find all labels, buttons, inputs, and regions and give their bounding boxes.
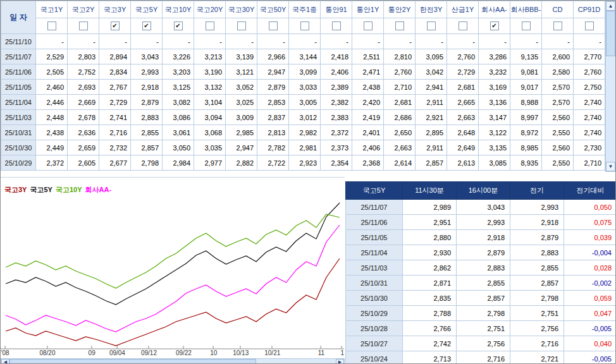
yield-table-row[interactable]: 25/11/032,4482,6782,7412,8833,0863,0943,… — [1, 110, 605, 125]
column-checkbox-cell-12[interactable] — [416, 18, 447, 34]
detail-1600-cell: 2,751 — [457, 321, 510, 336]
detail-table-row[interactable]: 25/11/042,9302,8792,883-0,004 — [346, 245, 616, 260]
value-cell: 2,663 — [384, 140, 416, 155]
column-checkbox-0[interactable] — [47, 21, 56, 30]
horizontal-scrollbar[interactable]: ◀ ▶ — [1, 358, 345, 364]
column-checkbox-3[interactable]: ✔ — [142, 21, 151, 30]
yield-table-row[interactable]: 25/10/292,3722,6052,6772,7982,9842,9772,… — [1, 155, 605, 171]
scroll-right-icon[interactable]: ▶ — [336, 359, 344, 364]
x-tick-label-1: 08/20 — [39, 349, 55, 356]
value-cell: 2,406 — [352, 140, 384, 155]
detail-table-row[interactable]: 25/11/062,9512,9932,9180,075 — [346, 215, 616, 230]
detail-prev-cell: 2,716 — [510, 336, 564, 351]
value-cell: 3,085 — [479, 155, 510, 171]
column-checkbox-6[interactable] — [237, 21, 246, 30]
detail-table-row[interactable]: 25/10/282,7662,7512,756-0,005 — [346, 321, 616, 336]
detail-1130-cell: 2,930 — [403, 245, 457, 260]
column-checkbox-11[interactable] — [395, 21, 404, 30]
column-checkbox-1[interactable] — [79, 21, 88, 30]
value-cell: 2,740 — [574, 110, 605, 125]
detail-table-row[interactable]: 25/11/072,9893,0432,9930,050 — [346, 200, 616, 215]
column-header-11: 통안2Y — [384, 1, 416, 18]
value-cell: 2,977 — [194, 155, 226, 171]
value-cell: 2,389 — [321, 80, 352, 95]
horizontal-scrollbar-thumb[interactable] — [9, 359, 256, 364]
detail-date-cell: 25/10/27 — [346, 336, 403, 351]
column-checkbox-cell-16[interactable] — [542, 18, 574, 34]
yield-table-row[interactable]: 25/10/302,4492,6592,7322,8573,0503,0352,… — [1, 140, 605, 155]
detail-table-row[interactable]: 25/10/292,7882,7982,7510,047 — [346, 306, 616, 321]
column-checkbox-cell-0[interactable] — [36, 18, 68, 34]
column-header-2: 국고3Y — [99, 1, 131, 18]
column-checkbox-4[interactable]: ✔ — [174, 21, 183, 30]
detail-prev-cell: 2,883 — [510, 245, 564, 260]
column-checkbox-9[interactable] — [332, 21, 341, 30]
detail-table-row[interactable]: 25/11/032,8622,8832,8550,028 — [346, 260, 616, 276]
value-cell: 3,061 — [163, 125, 194, 140]
legend-item-3: 회사AA- — [85, 186, 112, 193]
vertical-scrollbar-thumb[interactable] — [606, 11, 615, 56]
column-checkbox-12[interactable] — [427, 21, 436, 30]
column-checkbox-cell-2[interactable]: ✔ — [99, 18, 131, 34]
column-checkbox-15[interactable] — [522, 21, 531, 30]
detail-1600-cell: 2,798 — [457, 306, 510, 321]
value-cell: 2,681 — [384, 95, 416, 110]
detail-table-row[interactable]: 25/10/272,7422,7562,7160,040 — [346, 336, 616, 351]
value-cell: 2,947 — [257, 64, 289, 80]
value-cell: 2,401 — [352, 125, 384, 140]
column-checkbox-cell-13[interactable] — [447, 18, 479, 34]
column-checkbox-16[interactable] — [553, 21, 562, 30]
column-checkbox-cell-4[interactable]: ✔ — [163, 18, 194, 34]
scroll-up-icon[interactable]: ▲ — [606, 1, 615, 11]
column-checkbox-7[interactable] — [269, 21, 278, 30]
yield-table-row[interactable]: 25/11/052,4602,6932,7672,9183,1253,1323,… — [1, 80, 605, 95]
column-checkbox-cell-6[interactable] — [226, 18, 257, 34]
detail-table-row[interactable]: 25/10/242,7132,7162,721-0,005 — [346, 351, 616, 364]
column-checkbox-10[interactable] — [364, 21, 373, 30]
column-checkbox-cell-17[interactable] — [574, 18, 605, 34]
column-checkbox-8[interactable] — [300, 21, 309, 30]
column-checkbox-cell-14[interactable]: ✔ — [479, 18, 510, 34]
detail-change-cell: -0,005 — [564, 351, 616, 364]
value-cell: 2,449 — [36, 140, 68, 155]
column-checkbox-cell-10[interactable] — [352, 18, 384, 34]
detail-table-row[interactable]: 25/11/052,8802,9182,8790,039 — [346, 230, 616, 245]
yield-table-row[interactable]: 25/11/10------------------ — [1, 34, 605, 49]
column-checkbox-cell-3[interactable]: ✔ — [131, 18, 163, 34]
value-cell: 8,935 — [510, 155, 542, 171]
yield-table-row[interactable]: 25/11/062,5052,7522,8342,9933,2033,1903,… — [1, 64, 605, 80]
value-cell: - — [447, 34, 479, 49]
x-tick-label-10: 1 — [340, 349, 344, 356]
column-checkbox-cell-1[interactable] — [68, 18, 99, 34]
date-cell: 25/11/07 — [1, 49, 36, 64]
detail-change-cell: -0,004 — [564, 245, 616, 260]
column-checkbox-17[interactable] — [585, 21, 594, 30]
column-checkbox-5[interactable] — [206, 21, 214, 30]
yield-table-row[interactable]: 25/10/312,4382,6362,7162,8553,0613,0682,… — [1, 125, 605, 140]
column-checkbox-cell-8[interactable] — [289, 18, 321, 34]
detail-header-3: 전기 — [510, 182, 564, 200]
detail-table-row[interactable]: 25/10/312,8712,8552,857-0,002 — [346, 276, 616, 291]
detail-header-1: 11시30분 — [403, 182, 457, 200]
yield-table-row[interactable]: 25/11/042,4462,6692,7292,8793,0823,1043,… — [1, 95, 605, 110]
column-checkbox-cell-7[interactable] — [257, 18, 289, 34]
column-checkbox-cell-11[interactable] — [384, 18, 416, 34]
vertical-scrollbar[interactable]: ▲ ▼ — [605, 1, 616, 172]
detail-table-row[interactable]: 25/10/302,8352,8572,7980,059 — [346, 291, 616, 306]
column-checkbox-2[interactable]: ✔ — [111, 21, 120, 30]
yield-table-row[interactable]: 25/11/072,5292,8032,8943,0433,2263,2133,… — [1, 49, 605, 64]
column-checkbox-cell-15[interactable] — [510, 18, 542, 34]
scroll-down-icon[interactable]: ▼ — [606, 162, 615, 171]
column-checkbox-cell-9[interactable] — [321, 18, 352, 34]
value-cell: 2,420 — [352, 95, 384, 110]
column-checkbox-13[interactable] — [459, 21, 467, 30]
value-cell: 2,879 — [131, 95, 163, 110]
column-checkbox-14[interactable]: ✔ — [490, 21, 499, 30]
scroll-left-icon[interactable]: ◀ — [1, 359, 9, 364]
column-checkbox-cell-5[interactable] — [194, 18, 226, 34]
value-cell: 2,853 — [257, 95, 289, 110]
detail-1130-cell: 2,989 — [403, 200, 457, 215]
value-cell: 3,050 — [163, 140, 194, 155]
value-cell: 2,782 — [257, 140, 289, 155]
value-cell: 2,570 — [542, 80, 574, 95]
